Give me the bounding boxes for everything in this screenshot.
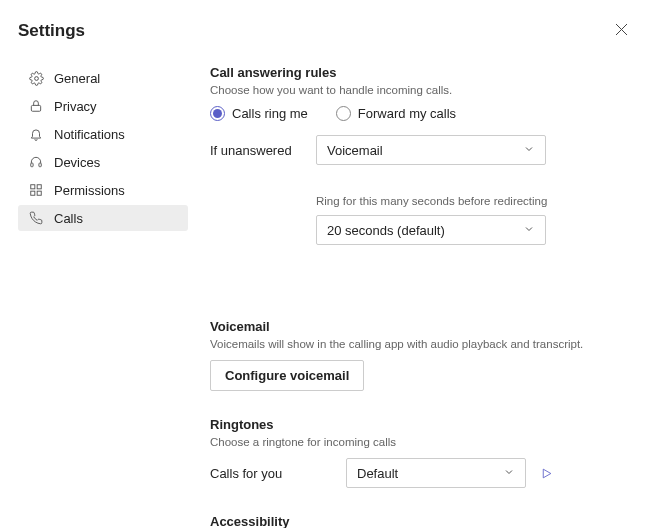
sidebar-item-label: General	[54, 71, 100, 86]
section-title: Voicemail	[210, 319, 628, 334]
gear-icon	[28, 70, 44, 86]
section-call-answering: Call answering rules Choose how you want…	[210, 65, 628, 245]
sidebar-item-label: Notifications	[54, 127, 125, 142]
sidebar-item-label: Privacy	[54, 99, 97, 114]
section-voicemail: Voicemail Voicemails will show in the ca…	[210, 319, 628, 391]
section-subtitle: Choose a ringtone for incoming calls	[210, 436, 628, 448]
sidebar-item-label: Permissions	[54, 183, 125, 198]
select-value: Voicemail	[327, 143, 383, 158]
section-subtitle: Choose how you want to handle incoming c…	[210, 84, 628, 96]
settings-header: Settings	[18, 18, 632, 43]
radio-forward-calls[interactable]: Forward my calls	[336, 106, 456, 121]
phone-icon	[28, 210, 44, 226]
select-value: 20 seconds (default)	[327, 223, 445, 238]
svg-rect-5	[37, 185, 41, 189]
sidebar-item-privacy[interactable]: Privacy	[18, 93, 188, 119]
select-value: Default	[357, 466, 398, 481]
sidebar-item-devices[interactable]: Devices	[18, 149, 188, 175]
radio-label: Forward my calls	[358, 106, 456, 121]
section-title: Accessibility	[210, 514, 628, 528]
sidebar-item-calls[interactable]: Calls	[18, 205, 188, 231]
section-title: Call answering rules	[210, 65, 628, 80]
settings-sidebar: General Privacy Notifications Devices Pe…	[18, 65, 188, 528]
sidebar-item-label: Calls	[54, 211, 83, 226]
svg-rect-7	[37, 191, 41, 195]
play-icon	[540, 467, 553, 480]
svg-rect-2	[31, 163, 33, 167]
section-title: Ringtones	[210, 417, 628, 432]
radio-label: Calls ring me	[232, 106, 308, 121]
sidebar-item-permissions[interactable]: Permissions	[18, 177, 188, 203]
close-icon	[615, 23, 628, 36]
ring-duration-select[interactable]: 20 seconds (default)	[316, 215, 546, 245]
radio-dot-icon	[210, 106, 225, 121]
ring-duration-hint: Ring for this many seconds before redire…	[316, 195, 628, 207]
unanswered-select[interactable]: Voicemail	[316, 135, 546, 165]
section-subtitle: Voicemails will show in the calling app …	[210, 338, 628, 350]
close-button[interactable]	[611, 18, 632, 43]
lock-icon	[28, 98, 44, 114]
calls-for-you-label: Calls for you	[210, 466, 336, 481]
chevron-down-icon	[523, 223, 535, 238]
svg-rect-3	[39, 163, 41, 167]
section-ringtones: Ringtones Choose a ringtone for incoming…	[210, 417, 628, 488]
svg-rect-1	[31, 105, 40, 111]
calls-for-you-select[interactable]: Default	[346, 458, 526, 488]
unanswered-label: If unanswered	[210, 143, 316, 158]
svg-point-0	[34, 76, 38, 80]
radio-dot-icon	[336, 106, 351, 121]
bell-icon	[28, 126, 44, 142]
chevron-down-icon	[523, 143, 535, 158]
svg-rect-4	[31, 185, 35, 189]
settings-content: Call answering rules Choose how you want…	[188, 65, 632, 528]
page-title: Settings	[18, 21, 85, 41]
section-accessibility: Accessibility Turn on TTY to use text to…	[210, 514, 628, 528]
svg-rect-6	[31, 191, 35, 195]
sidebar-item-general[interactable]: General	[18, 65, 188, 91]
headset-icon	[28, 154, 44, 170]
apps-icon	[28, 182, 44, 198]
chevron-down-icon	[503, 466, 515, 481]
play-ringtone-button[interactable]	[536, 463, 556, 483]
sidebar-item-notifications[interactable]: Notifications	[18, 121, 188, 147]
radio-calls-ring-me[interactable]: Calls ring me	[210, 106, 308, 121]
configure-voicemail-button[interactable]: Configure voicemail	[210, 360, 364, 391]
sidebar-item-label: Devices	[54, 155, 100, 170]
